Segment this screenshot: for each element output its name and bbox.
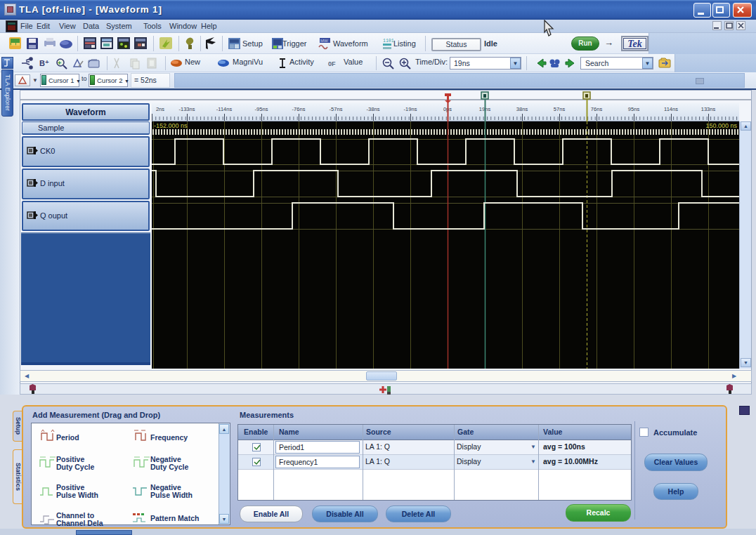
svg-text:150.000 ns: 150.000 ns [705,122,737,129]
svg-text:+: + [58,60,61,67]
svg-text:-152.000 ns: -152.000 ns [154,122,188,129]
svg-text:1101: 1101 [383,39,394,44]
svg-text:0F: 0F [328,60,336,67]
svg-text:MW: MW [320,39,328,43]
svg-text:B⁺: B⁺ [39,59,49,67]
